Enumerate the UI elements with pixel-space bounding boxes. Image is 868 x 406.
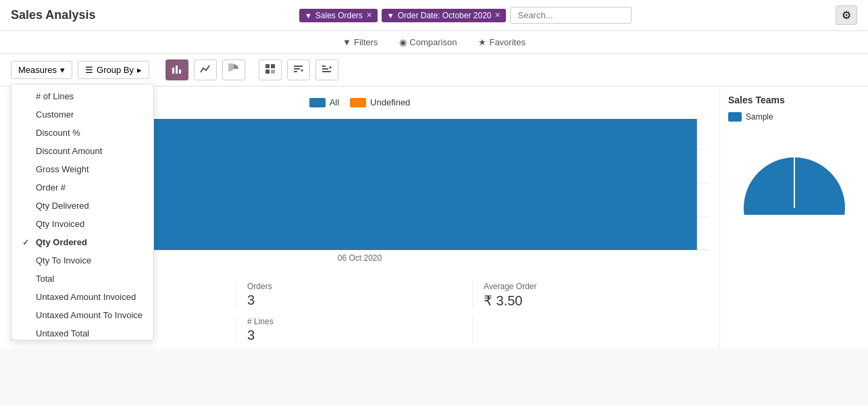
svg-rect-12 [322,68,328,70]
pie-legend: Sample [728,112,860,122]
stat-orders-label: Orders [247,282,461,291]
filter-tag-date[interactable]: ▼ Order Date: October 2020 ✕ [382,9,507,22]
asc-sort-button[interactable] [287,59,310,80]
measures-chevron: ▾ [60,65,65,75]
line-chart-button[interactable] [194,59,217,80]
filter-tag-label: Sales Orders [315,11,363,20]
favorites-button[interactable]: ★ Favorites [474,35,529,49]
check-mark: ✓ [22,238,32,247]
group-by-chevron: ▸ [137,65,142,75]
desc-sort-button[interactable] [315,59,338,80]
stat-avg-order-value: ₹ 3.50 [484,293,698,309]
funnel-icon-2: ▼ [387,11,394,20]
stat-lines-label: # Lines [247,317,461,326]
svg-rect-2 [179,70,181,74]
filters-button[interactable]: ▼ Filters [338,35,382,49]
funnel-icon: ▼ [305,11,312,20]
filter-close-sales-orders[interactable]: ✕ [366,11,372,20]
legend-all-color [309,98,326,107]
measures-menu-item[interactable]: Untaxed Amount To Invoice [11,306,153,324]
right-panel-title: Sales Teams [728,95,860,105]
top-bar: Sales Analysis ▼ Sales Orders ✕ ▼ Order … [0,0,868,31]
pivot-view-button[interactable] [259,59,282,80]
legend-undefined: Undefined [350,97,410,107]
filter-icon: ▼ [342,37,351,47]
svg-rect-3 [265,64,270,68]
group-by-dropdown[interactable]: ☰ Group By ▸ [78,61,149,79]
stat-lines-value: 3 [247,328,461,343]
measures-menu: # of LinesCustomerDiscount %Discount Amo… [11,84,154,340]
favorites-icon: ★ [478,37,486,47]
bar-chart-button[interactable] [165,59,188,80]
filter-tag-date-label: Order Date: October 2020 [398,11,492,20]
stat-avg-order: Average Order ₹ 3.50 [473,282,709,309]
control-bar: Measures ▾ ☰ Group By ▸ # of LinesCustom… [0,54,868,86]
svg-rect-1 [176,66,178,74]
svg-rect-7 [294,71,297,72]
svg-marker-14 [329,66,332,68]
legend-all: All [309,97,339,107]
page-title: Sales Analysis [11,8,95,22]
comparison-button[interactable]: ◉ Comparison [395,35,461,49]
group-by-label: Group By [97,65,134,75]
pie-legend-color [728,112,742,122]
measures-label: Measures [18,65,57,75]
measures-menu-item[interactable]: Total [11,270,153,288]
measures-menu-item[interactable]: Discount Amount [11,142,153,160]
pie-chart-svg [740,127,848,215]
svg-rect-4 [271,64,275,68]
filters-label: Filters [354,37,378,47]
stat-orders: Orders 3 [236,282,473,309]
svg-rect-11 [322,66,326,67]
right-panel: Sales Teams Sample [719,86,868,349]
comparison-icon: ◉ [399,37,407,47]
legend-undefined-label: Undefined [370,97,410,107]
svg-rect-13 [322,71,331,72]
favorites-label: Favorites [489,37,525,47]
measures-menu-item[interactable]: Untaxed Amount Invoiced [11,288,153,306]
stat-orders-value: 3 [247,293,461,308]
measures-menu-item[interactable]: Qty Delivered [11,197,153,215]
filter-tag-sales-orders[interactable]: ▼ Sales Orders ✕ [299,9,378,22]
measures-menu-item[interactable]: Untaxed Total [11,324,153,340]
measures-dropdown[interactable]: Measures ▾ [11,61,72,79]
measures-menu-item[interactable]: Discount % [11,124,153,142]
measures-menu-item[interactable]: Gross Weight [11,160,153,178]
measures-menu-item[interactable]: Customer [11,105,153,124]
measures-menu-item[interactable]: ✓Qty Ordered [11,233,153,251]
search-input[interactable] [510,7,632,24]
top-bar-center: ▼ Sales Orders ✕ ▼ Order Date: October 2… [95,7,836,24]
svg-marker-10 [301,70,303,72]
svg-rect-6 [271,70,275,74]
legend-undefined-color [350,98,366,107]
measures-menu-item[interactable]: Order # [11,178,153,197]
pie-container [728,127,860,215]
svg-rect-5 [265,70,270,74]
measures-menu-item[interactable]: Qty Invoiced [11,215,153,233]
legend-all-label: All [330,97,339,107]
pie-chart-button[interactable] [222,59,245,80]
stat-avg-order-label: Average Order [484,282,698,291]
stat-placeholder [473,317,709,343]
toolbar-row: ▼ Filters ◉ Comparison ★ Favorites [0,31,868,54]
svg-rect-9 [294,66,303,67]
stat-lines: # Lines 3 [236,317,473,343]
pie-legend-label: Sample [746,112,773,122]
hamburger-icon: ☰ [85,65,93,75]
comparison-label: Comparison [409,37,457,47]
measures-menu-item[interactable]: # of Lines [11,87,153,105]
svg-rect-8 [294,68,300,70]
settings-button[interactable]: ⚙ [836,5,857,25]
filter-close-date[interactable]: ✕ [494,11,501,20]
svg-rect-0 [172,68,174,74]
measures-menu-item[interactable]: Qty To Invoice [11,251,153,270]
